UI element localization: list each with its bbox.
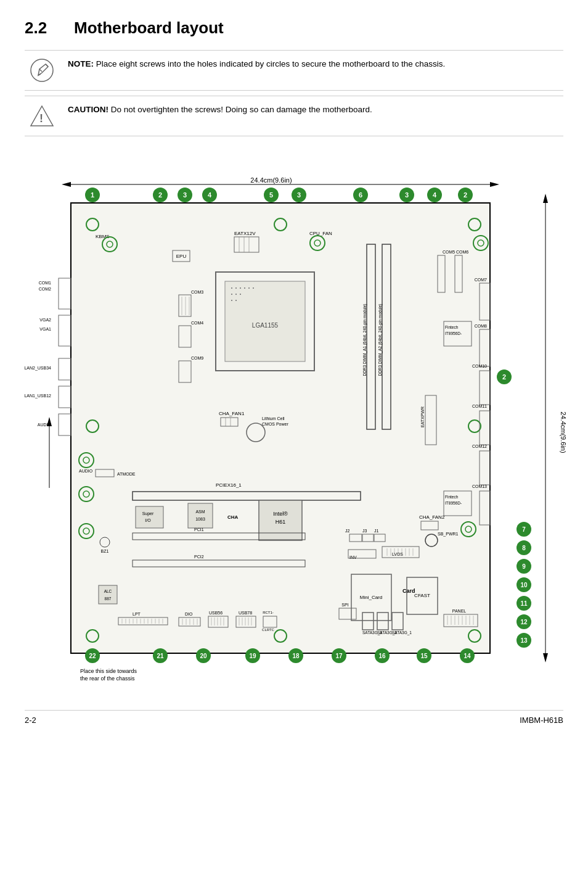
svg-text:3: 3	[297, 191, 301, 199]
svg-text:!: !	[39, 112, 43, 125]
audio-text-label: AUDIO	[79, 469, 93, 473]
num17: 17	[335, 653, 343, 659]
num18: 18	[292, 653, 300, 659]
pci1-label: PCI1	[194, 527, 204, 532]
spi-label: SPI	[341, 603, 348, 607]
com5-label: COM5	[443, 250, 455, 254]
num11: 11	[520, 600, 528, 607]
page-number: 2-2	[25, 716, 36, 725]
fintech1-label: Fintech	[445, 325, 459, 329]
com1-label: COM1	[39, 281, 51, 285]
fintech2-label: Fintech	[445, 495, 459, 499]
svg-rect-59	[235, 287, 237, 289]
num9: 9	[522, 563, 526, 570]
lan2-label: LAN2_USB34	[25, 366, 51, 371]
num14: 14	[463, 653, 471, 659]
svg-rect-120	[99, 585, 117, 604]
num12: 12	[520, 619, 528, 625]
svg-rect-62	[248, 287, 250, 289]
vga1-label: VGA1	[39, 327, 51, 331]
eatx12v-label: EATX12V	[234, 231, 256, 236]
num7: 7	[522, 526, 526, 533]
com10-label: COM10	[472, 364, 487, 368]
dimm-a1-label: DDR3 DIMM_A1 (64bit, 240-pin module)	[362, 303, 367, 376]
com7-label: COM7	[475, 278, 487, 282]
j1-label: J1	[374, 529, 379, 533]
svg-text:2: 2	[158, 191, 162, 199]
asm-label1: ASM	[195, 510, 205, 514]
side-text2: the rear of the chassis	[80, 675, 135, 682]
num16: 16	[378, 653, 386, 659]
svg-rect-63	[253, 287, 254, 289]
num8: 8	[522, 545, 526, 551]
circle2-right: 2	[502, 373, 506, 381]
num15: 15	[420, 653, 428, 659]
rctclrtc-label2: CLRTC	[262, 628, 275, 632]
note-icon	[25, 58, 59, 83]
com13-label: COM13	[472, 484, 487, 489]
com3-label: COM3	[191, 290, 203, 294]
com12-label: COM12	[472, 444, 487, 448]
cha-label: CHA	[227, 514, 239, 520]
dimm-a2-label: DDR3 DIMM_A2 (64bit, 240-pin module)	[378, 303, 383, 376]
bz1-label: BZ1	[101, 549, 109, 553]
note-box: NOTE: Place eight screws into the holes …	[25, 50, 563, 91]
side-text1: Place this side towards	[80, 668, 137, 674]
svg-text:3: 3	[183, 191, 187, 199]
eatxpwr-label: EATXPWR	[420, 406, 425, 427]
svg-text:6: 6	[359, 191, 362, 199]
section-number: 2.2	[25, 19, 55, 38]
caution-text: CAUTION! Do not overtighten the screws! …	[68, 104, 372, 116]
svg-marker-186	[47, 417, 52, 426]
lpt-label: LPT	[133, 612, 141, 616]
num10: 10	[520, 582, 528, 588]
num20: 20	[200, 653, 207, 659]
svg-rect-38	[59, 414, 71, 435]
svg-text:5: 5	[269, 191, 273, 199]
dim-horizontal: 24.4cm(9.6in)	[250, 176, 292, 184]
top-numbers: 24.4cm(9.6in) 1 2 3 4 5 3 6 3 4 2	[62, 176, 499, 202]
usb78-label: USB78	[239, 611, 252, 615]
fintech1b-label: IT8956D-	[445, 331, 462, 336]
svg-rect-94	[136, 506, 163, 528]
lithium-label: Lithium Cell	[262, 416, 285, 421]
com11-label: COM11	[472, 404, 487, 408]
model-number: IMBM-H61B	[520, 716, 563, 725]
superio-label2: I/O	[145, 518, 151, 522]
svg-text:3: 3	[405, 191, 409, 199]
svg-rect-65	[235, 294, 237, 295]
sbpwr1-label: SB_PWR1	[438, 532, 459, 537]
card-label: Card	[402, 588, 415, 594]
dio-label: DIO	[185, 612, 193, 616]
cmos-label: CMOS Power	[262, 422, 288, 426]
svg-marker-184	[543, 653, 548, 662]
svg-rect-66	[240, 294, 241, 295]
alc-label1: ALC	[104, 589, 112, 593]
svg-rect-61	[244, 287, 245, 289]
lvds-label: LVDS	[392, 552, 403, 556]
rctclrtc-label1: RCT1-	[263, 611, 274, 614]
svg-rect-37	[59, 386, 71, 408]
svg-rect-58	[231, 287, 232, 289]
svg-rect-57	[225, 281, 305, 361]
lan1-label: LAN1_USB12	[25, 394, 51, 398]
com6-label: COM6	[456, 250, 468, 254]
svg-text:1: 1	[91, 191, 94, 199]
svg-text:4: 4	[433, 191, 437, 199]
intel-label2: H61	[276, 519, 286, 525]
pci2-label: PCI2	[194, 555, 204, 559]
minicard-label: Mini_Card	[360, 595, 382, 600]
diagram-container: 24.4cm(9.6in) 1 2 3 4 5 3 6 3 4 2 COM1 C	[25, 149, 567, 685]
inv-label: INV	[349, 555, 357, 559]
cfast-label: CFAST	[414, 593, 430, 598]
com4-label: COM4	[191, 321, 203, 325]
fintech2b-label: IT8956D-	[445, 501, 462, 505]
caution-box: ! CAUTION! Do not overtighten the screws…	[25, 96, 563, 136]
j3-label: J3	[362, 529, 367, 533]
svg-rect-67	[231, 300, 232, 301]
num13: 13	[520, 637, 528, 644]
num19: 19	[249, 653, 256, 659]
epu-label: EPU	[176, 254, 187, 259]
board-outline	[71, 203, 490, 653]
svg-rect-64	[231, 294, 232, 295]
